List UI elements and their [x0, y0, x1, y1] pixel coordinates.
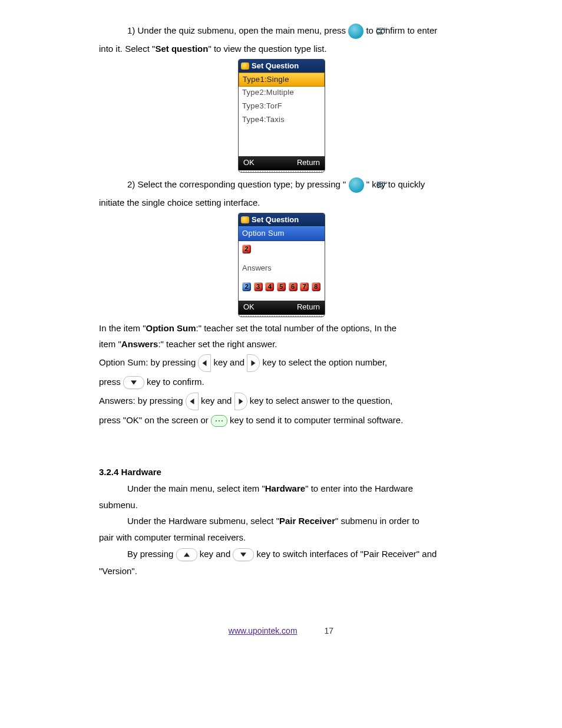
- device2-return[interactable]: Return: [297, 302, 320, 313]
- hw2c: " submenu in order to: [335, 516, 419, 526]
- device1-item-4[interactable]: Type4:Taxis: [239, 113, 325, 127]
- ex1c: :" teacher set the total number of the o…: [196, 323, 397, 333]
- option-sum-value: 2: [242, 245, 251, 253]
- an-d: press "OK" on the screen or: [99, 415, 211, 425]
- hw1c: " to enter into the Hardware: [305, 483, 413, 493]
- hw3c: key to switch interfaces of "Pair Receiv…: [257, 549, 437, 559]
- device2-header[interactable]: Option Sum: [239, 226, 325, 241]
- device1-title: Set Question: [252, 61, 299, 72]
- os-c: key to select the option number,: [262, 357, 387, 367]
- device2-title: Set Question: [252, 215, 299, 226]
- p1-text-3: into it. Select ": [99, 44, 155, 54]
- paragraph-answers-2: press "OK" on the screen or key to send …: [99, 414, 464, 427]
- hw1d: submenu.: [99, 500, 138, 510]
- ex1a: In the item ": [99, 323, 146, 333]
- device1-item-1[interactable]: Type1:Single: [239, 73, 325, 87]
- device1-ok[interactable]: OK: [243, 157, 254, 169]
- ex2b: Answers: [121, 339, 158, 349]
- paragraph-explain-2: item "Answers:" teacher set the right an…: [99, 338, 464, 351]
- ex1b: Option Sum: [146, 323, 196, 333]
- an-e: key to send it to computer terminal soft…: [230, 415, 403, 425]
- paragraph-answers: Answers: by pressing key and key to sele…: [99, 393, 464, 410]
- device1-item-2[interactable]: Type2:Multiple: [239, 86, 325, 100]
- device-screen-2: Set Question Option Sum 2 Answers 2 3 4 …: [238, 213, 325, 317]
- hw2d: pair with computer terminal receivers.: [99, 532, 246, 542]
- os-b: key and: [214, 357, 247, 367]
- three-dots-icon[interactable]: [211, 415, 227, 427]
- device-screen-1: Set Question Type1:Single Type2:Multiple…: [238, 59, 325, 173]
- device1-footer: OK Return: [239, 156, 325, 170]
- hw2a: Under the Hardware submenu, select ": [127, 516, 279, 526]
- arrow-right-icon[interactable]: [247, 354, 260, 372]
- device1-return[interactable]: Return: [297, 157, 320, 169]
- answers-label: Answers: [239, 256, 325, 275]
- hw3d: "Version".: [99, 566, 137, 576]
- paragraph-quiz-intro-2: into it. Select "Set question" to view t…: [99, 42, 464, 55]
- app-icon: [241, 62, 249, 70]
- p2-text-1: 2) Select the corresponding question typ…: [127, 179, 346, 189]
- p1-text-4: " to view the question type list.: [208, 44, 326, 54]
- p2-text-2: " key to quickly: [366, 179, 425, 189]
- paragraph-step-2b: initiate the single choice setting inter…: [99, 196, 464, 209]
- answer-5[interactable]: 5: [277, 282, 286, 291]
- section-heading: 3.2.4 Hardware: [99, 466, 464, 479]
- paragraph-option-sum: Option Sum: by pressing key and key to s…: [99, 354, 464, 372]
- ex2c: :" teacher set the right answer.: [158, 339, 277, 349]
- answer-2[interactable]: 2: [242, 282, 251, 291]
- answer-3[interactable]: 3: [254, 282, 263, 291]
- arrow-left-icon[interactable]: [198, 354, 211, 372]
- hardware-p1: Under the main menu, select item "Hardwa…: [99, 482, 464, 495]
- menu-ok-icon: MENU OK: [348, 24, 363, 39]
- arrow-down-icon-2[interactable]: [233, 548, 254, 561]
- device2-footer: OK Return: [239, 301, 325, 315]
- page-footer: www.upointek.com 17: [0, 625, 562, 637]
- hardware-p3: By pressing key and key to switch interf…: [99, 548, 464, 561]
- answer-4[interactable]: 4: [265, 282, 274, 291]
- menu-ok-line2: OK: [348, 31, 363, 36]
- paragraph-explain-1: In the item "Option Sum:" teacher set th…: [99, 322, 464, 335]
- menu-ok-icon-2: MENU OK: [349, 177, 364, 193]
- answer-8[interactable]: 8: [312, 282, 320, 291]
- arrow-left-icon-2[interactable]: [186, 393, 199, 410]
- section-number: 3.2.4: [99, 467, 118, 477]
- device1-item-3[interactable]: Type3:TorF: [239, 100, 325, 113]
- hw1b: Hardware: [265, 483, 305, 493]
- device2-body: Option Sum 2 Answers 2 3 4 5 6 7 8: [239, 226, 325, 300]
- footer-link[interactable]: www.upointek.com: [229, 625, 297, 637]
- hardware-p3b: "Version".: [99, 565, 464, 578]
- an-a: Answers: by pressing: [99, 396, 186, 406]
- answer-7[interactable]: 7: [300, 282, 309, 291]
- answers-row: 2 3 4 5 6 7 8: [239, 275, 325, 301]
- ex2a: item ": [99, 339, 121, 349]
- arrow-right-icon-2[interactable]: [234, 393, 247, 410]
- screenshot-option-sum: Set Question Option Sum 2 Answers 2 3 4 …: [99, 213, 464, 317]
- arrow-up-icon[interactable]: [176, 548, 197, 561]
- menu-ok-2-line1: MENU: [349, 177, 364, 185]
- hardware-p1b: submenu.: [99, 499, 464, 512]
- screenshot-set-question-types: Set Question Type1:Single Type2:Multiple…: [99, 59, 464, 173]
- p1-text-1: 1) Under the quiz submenu, open the main…: [127, 25, 348, 35]
- os-e: key to confirm.: [147, 377, 204, 387]
- device2-ok[interactable]: OK: [243, 302, 254, 313]
- device1-titlebar: Set Question: [239, 60, 325, 73]
- an-c: key to select answer to the question,: [250, 396, 393, 406]
- hw1a: Under the main menu, select item ": [127, 483, 265, 493]
- answer-6[interactable]: 6: [289, 282, 297, 291]
- device2-titlebar: Set Question: [239, 213, 325, 227]
- device1-body: Type1:Single Type2:Multiple Type3:TorF T…: [239, 73, 325, 156]
- p1-bold: Set question: [155, 44, 208, 54]
- paragraph-quiz-intro: 1) Under the quiz submenu, open the main…: [99, 24, 464, 39]
- os-a: Option Sum: by pressing: [99, 357, 198, 367]
- footer-page-number: 17: [325, 625, 334, 637]
- an-b: key and: [201, 396, 234, 406]
- app-icon-2: [241, 216, 249, 223]
- paragraph-step-2: 2) Select the corresponding question typ…: [99, 177, 464, 193]
- paragraph-option-sum-2: press key to confirm.: [99, 375, 464, 389]
- hw3b: key and: [200, 549, 233, 559]
- hardware-p2b: pair with computer terminal receivers.: [99, 531, 464, 544]
- arrow-down-icon[interactable]: [123, 376, 144, 389]
- p2-text-3: initiate the single choice setting inter…: [99, 197, 260, 207]
- hw2b: Pair Receiver: [279, 516, 335, 526]
- os-d: press: [99, 377, 123, 387]
- menu-ok-2-line2: OK: [349, 185, 364, 189]
